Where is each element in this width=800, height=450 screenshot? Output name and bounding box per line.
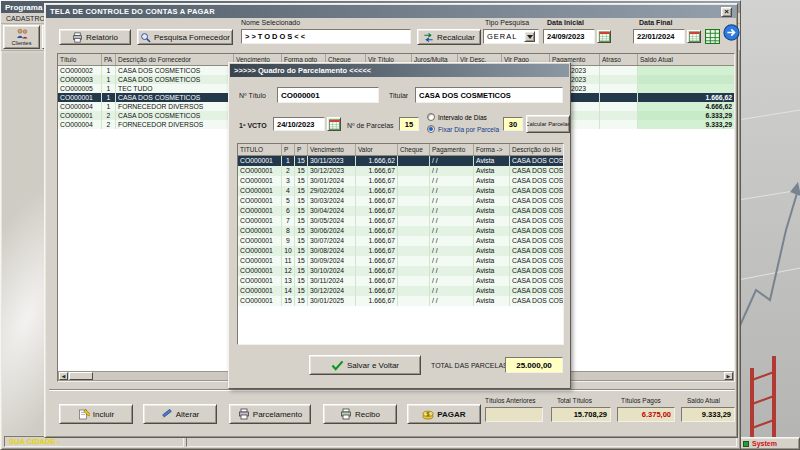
cell-titulo: CO000001 xyxy=(238,256,282,266)
cell-pagamento: / / xyxy=(430,186,474,196)
parcela-row[interactable]: CO000001 9 15 30/07/2024 1.666,67 / / Av… xyxy=(238,236,563,246)
parcela-row[interactable]: CO000001 11 15 30/09/2024 1.666,67 / / A… xyxy=(238,256,563,266)
cell-historico: CASA DOS COSMETICOS xyxy=(510,206,563,216)
cell-valor: 1.666,67 xyxy=(356,276,398,286)
close-icon[interactable]: × xyxy=(721,7,732,17)
parcela-row[interactable]: CO000001 10 15 30/08/2024 1.666,67 / / A… xyxy=(238,246,563,256)
parcela-row[interactable]: CO000001 12 15 30/10/2024 1.666,67 / / A… xyxy=(238,266,563,276)
nome-selecionado-field[interactable]: >>TODOS<< xyxy=(241,29,411,44)
tipo-pesquisa-select[interactable]: GERAL xyxy=(483,29,539,44)
chevron-down-icon[interactable] xyxy=(524,31,535,42)
parcela-row[interactable]: CO000001 15 15 30/01/2025 1.666,67 / / A… xyxy=(238,296,563,306)
cell-historico: CASA DOS COSMETICOS xyxy=(510,296,563,306)
titulos-anteriores-label: Títulos Anteriores xyxy=(485,397,536,404)
exit-icon[interactable] xyxy=(723,24,740,45)
parcelas-field[interactable]: 15 xyxy=(399,117,419,131)
cell-valor: 1.666,67 xyxy=(356,286,398,296)
radio-intervalo-dias[interactable]: Intervalo de Dias xyxy=(427,113,487,121)
cell-fornecedor: CASA DOS COSMETICOS xyxy=(116,75,234,84)
recalcular-button[interactable]: Recalcular xyxy=(417,29,481,45)
parcela-row[interactable]: CO000001 7 15 30/05/2024 1.666,67 / / Av… xyxy=(238,216,563,226)
radio-intervalo-icon[interactable] xyxy=(427,113,435,121)
titulos-pagos-amount: 6.375,00 xyxy=(642,410,671,419)
parcela-row[interactable]: CO000001 1 15 30/11/2023 1.666,62 / / Av… xyxy=(238,156,563,166)
salvar-voltar-button[interactable]: Salvar e Voltar xyxy=(309,355,421,375)
vcto-calendar-icon[interactable] xyxy=(327,117,341,131)
calcular-parcelas-button[interactable]: Calcular Parcelas xyxy=(526,115,570,133)
cell-pa: 1 xyxy=(102,84,116,93)
parcela-row[interactable]: CO000001 5 15 30/03/2024 1.666,67 / / Av… xyxy=(238,196,563,206)
cell-parcela-n: 14 xyxy=(282,286,295,296)
cell-historico: CASA DOS COSMETICOS xyxy=(510,156,563,166)
vcto-field[interactable]: 24/10/2023 xyxy=(273,117,325,131)
parcela-row[interactable]: CO000001 4 15 29/02/2024 1.666,67 / / Av… xyxy=(238,186,563,196)
recibo-button[interactable]: Recibo xyxy=(323,404,397,424)
numero-titulo-field[interactable]: CO000001 xyxy=(277,87,379,103)
relatorio-button[interactable]: Relatório xyxy=(59,29,131,45)
cell-parcela-t: 15 xyxy=(295,186,308,196)
cell-vencimento: 30/11/2023 xyxy=(308,156,356,166)
cell-parcela-t: 15 xyxy=(295,236,308,246)
cell-parcela-n: 12 xyxy=(282,266,295,276)
scroll-right-icon[interactable]: ▶ xyxy=(724,372,733,380)
data-final-field[interactable]: 22/01/2024 xyxy=(633,29,685,44)
radio-fixar-dia[interactable]: Fixar Dia por Parcela xyxy=(427,125,499,133)
cell-titulo: CO000001 xyxy=(238,196,282,206)
titulos-pagos-value: 6.375,00 xyxy=(617,407,675,422)
cell-forma: Avista xyxy=(474,196,510,206)
cell-titulo: CO000001 xyxy=(238,156,282,166)
col-header-fornecedor: Descrição do Fornecedor xyxy=(116,54,234,65)
cell-titulo: CO000005 xyxy=(58,84,102,93)
parcelamento-modal: >>>>> Quadro do Parcelamento <<<<< Nº Tí… xyxy=(228,62,571,389)
cell-titulo: CO000001 xyxy=(238,286,282,296)
tray-green-icon xyxy=(743,441,749,447)
cell-forma: Avista xyxy=(474,256,510,266)
cell-pa: 1 xyxy=(102,102,116,111)
radio-intervalo-label: Intervalo de Dias xyxy=(438,114,487,121)
data-inicial-field[interactable]: 24/09/2023 xyxy=(543,29,595,44)
export-grid-icon[interactable] xyxy=(705,29,720,48)
scroll-left-icon[interactable]: ◀ xyxy=(59,372,68,380)
cell-parcela-t: 15 xyxy=(295,286,308,296)
modal-titlebar[interactable]: >>>>> Quadro do Parcelamento <<<<< xyxy=(230,64,569,77)
pagar-label: PAGAR xyxy=(437,410,465,419)
cell-pagamento: / / xyxy=(430,246,474,256)
scrollbar-thumb[interactable] xyxy=(69,372,93,380)
cell-cheque xyxy=(398,216,430,226)
cell-forma: Avista xyxy=(474,216,510,226)
cell-historico: CASA DOS COSMETICOS xyxy=(510,276,563,286)
cell-fornecedor: CASA DOS COSMETICOS xyxy=(116,93,234,102)
alterar-button[interactable]: Alterar xyxy=(143,404,217,424)
cell-titulo: CO000004 xyxy=(58,120,102,129)
cell-valor: 1.666,67 xyxy=(356,296,398,306)
total-parcelas-value: 25.000,00 xyxy=(516,361,552,370)
pagar-button[interactable]: $ PAGAR xyxy=(407,404,481,424)
mcol-header-titulo: TITULO xyxy=(238,144,282,155)
incluir-button[interactable]: Incluir xyxy=(59,404,133,424)
data-inicial-calendar-icon[interactable] xyxy=(597,30,611,43)
bottom-separator xyxy=(49,389,735,391)
titular-field[interactable]: CASA DOS COSMETICOS xyxy=(415,87,563,103)
cell-forma: Avista xyxy=(474,266,510,276)
parcela-row[interactable]: CO000001 3 15 30/01/2024 1.666,67 / / Av… xyxy=(238,176,563,186)
parcelamento-button[interactable]: Parcelamento xyxy=(229,404,311,424)
numero-titulo-label: Nº Título xyxy=(239,92,266,99)
parcela-row[interactable]: CO000001 8 15 30/06/2024 1.666,67 / / Av… xyxy=(238,226,563,236)
parcela-row[interactable]: CO000001 14 15 30/12/2024 1.666,67 / / A… xyxy=(238,286,563,296)
dia-parcela-field[interactable]: 30 xyxy=(503,117,523,131)
cell-valor: 1.666,67 xyxy=(356,266,398,276)
cell-fornecedor: TEC TUDO xyxy=(116,84,234,93)
window-titlebar[interactable]: TELA DE CONTROLE DO CONTAS A PAGAR × xyxy=(46,5,736,18)
radio-fixar-icon[interactable] xyxy=(427,125,435,133)
cell-forma: Avista xyxy=(474,286,510,296)
parcela-row[interactable]: CO000001 2 15 30/12/2023 1.666,67 / / Av… xyxy=(238,166,563,176)
toolbar-clientes-button[interactable]: Clientes xyxy=(3,25,40,49)
cell-atraso xyxy=(600,75,638,84)
incluir-label: Incluir xyxy=(93,410,114,419)
edit-pencil-icon xyxy=(161,408,173,420)
total-titulos-amount: 15.708,29 xyxy=(574,410,607,419)
data-final-calendar-icon[interactable] xyxy=(687,30,701,43)
parcela-row[interactable]: CO000001 13 15 30/11/2024 1.666,67 / / A… xyxy=(238,276,563,286)
parcela-row[interactable]: CO000001 6 15 30/04/2024 1.666,67 / / Av… xyxy=(238,206,563,216)
pesquisa-fornecedor-button[interactable]: Pesquisa Fornecedor xyxy=(137,29,233,45)
